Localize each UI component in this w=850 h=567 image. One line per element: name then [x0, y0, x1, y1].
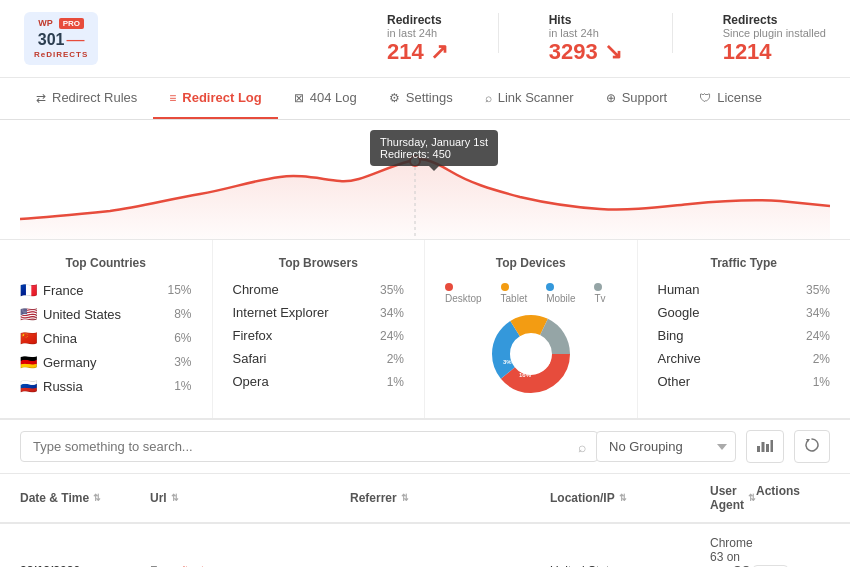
nav-settings-label: Settings	[406, 90, 453, 105]
browser-row-3: Firefox 24%	[233, 328, 405, 343]
country-china: China	[43, 331, 77, 346]
sort-referrer-icon: ⇅	[401, 493, 409, 503]
svg-rect-0	[757, 446, 760, 452]
browser-row-4: Safari 2%	[233, 351, 405, 366]
col-location-ip[interactable]: Location/IP ⇅	[550, 484, 710, 512]
settings-icon: ⚙	[389, 91, 400, 105]
donut-container: Desktop Tablet Mobile Tv 39% 66% 16% 3%	[445, 282, 617, 397]
col-user-agent[interactable]: User Agent ⇅	[710, 484, 756, 512]
search-icon: ⌕	[578, 439, 586, 455]
search-input[interactable]	[20, 431, 598, 462]
col-date-time[interactable]: Date & Time ⇅	[20, 484, 150, 512]
col-referrer[interactable]: Referrer ⇅	[350, 484, 550, 512]
sort-date-icon: ⇅	[93, 493, 101, 503]
flag-germany: 🇩🇪	[20, 354, 37, 370]
nav-404-log-label: 404 Log	[310, 90, 357, 105]
redirect-log-icon: ≡	[169, 91, 176, 105]
link-scanner-icon: ⌕	[485, 91, 492, 105]
stat-redirects-sublabel: in last 24h	[387, 27, 448, 39]
nav-redirect-rules[interactable]: ⇄ Redirect Rules	[20, 78, 153, 119]
chart-view-button[interactable]	[746, 430, 784, 463]
stat-hits-value: 3293 ↘	[549, 39, 622, 65]
header: WP PRO 301 — ReDIRECTS Redirects in last…	[0, 0, 850, 78]
country-row-5: 🇷🇺 Russia 1%	[20, 378, 192, 394]
data-table: Date & Time ⇅ Url ⇅ Referrer ⇅ Location/…	[0, 474, 850, 567]
nav-404-log[interactable]: ⊠ 404 Log	[278, 78, 373, 119]
traffic-row-1: Human 35%	[658, 282, 831, 297]
svg-rect-2	[766, 444, 769, 452]
country-row-2: 🇺🇸 United States 8%	[20, 306, 192, 322]
sort-url-icon: ⇅	[171, 493, 179, 503]
support-icon: ⊕	[606, 91, 616, 105]
stat-redirects-title: Redirects	[387, 13, 448, 27]
redirect-chart: Thursday, January 1st Redirects: 450	[0, 120, 850, 240]
nav-tabs: ⇄ Redirect Rules ≡ Redirect Log ⊠ 404 Lo…	[0, 78, 850, 120]
stat-total-title: Redirects	[723, 13, 826, 27]
redirect-rules-icon: ⇄	[36, 91, 46, 105]
hits-arrow-icon: ↘	[604, 39, 622, 65]
france-pct: 15%	[167, 283, 191, 297]
logo-box: WP PRO 301 — ReDIRECTS	[24, 12, 98, 65]
table-row: 28/12/2020 10:40 PM From /test Send to h…	[0, 524, 850, 567]
stats-section: Top Countries 🇫🇷 France 15% 🇺🇸 United St…	[0, 240, 850, 419]
nav-link-scanner[interactable]: ⌕ Link Scanner	[469, 78, 590, 119]
donut-chart-svg: 39% 66% 16% 3%	[481, 312, 581, 397]
grouping-select[interactable]: No Grouping	[596, 431, 736, 462]
sort-agent-icon: ⇅	[748, 493, 756, 503]
stat-total-sublabel: Since plugin installed	[723, 27, 826, 39]
nav-redirect-log[interactable]: ≡ Redirect Log	[153, 78, 277, 119]
browser-row-1: Chrome 35%	[233, 282, 405, 297]
logo: WP PRO 301 — ReDIRECTS	[24, 12, 98, 65]
flag-russia: 🇷🇺	[20, 378, 37, 394]
col-actions: Actions	[756, 484, 836, 512]
nav-link-scanner-label: Link Scanner	[498, 90, 574, 105]
stat-redirects-value: 214 ↗	[387, 39, 448, 65]
svg-rect-3	[771, 440, 774, 452]
refresh-button[interactable]	[794, 430, 830, 463]
stat-divider-2	[672, 13, 673, 53]
chart-tooltip: Thursday, January 1st Redirects: 450	[370, 130, 498, 166]
legend-mobile: Mobile	[546, 282, 586, 304]
browser-row-5: Opera 1%	[233, 374, 405, 389]
refresh-icon	[805, 438, 819, 452]
top-devices-title: Top Devices	[445, 256, 617, 270]
sort-location-icon: ⇅	[619, 493, 627, 503]
nav-support[interactable]: ⊕ Support	[590, 78, 684, 119]
china-pct: 6%	[174, 331, 191, 345]
logo-arrow-icon: —	[67, 29, 85, 50]
tooltip-value: Redirects: 450	[380, 148, 488, 160]
donut-label-tv: 3%	[503, 359, 512, 365]
traffic-row-4: Archive 2%	[658, 351, 831, 366]
top-browsers-col: Top Browsers Chrome 35% Internet Explore…	[213, 240, 426, 418]
country-row-3: 🇨🇳 China 6%	[20, 330, 192, 346]
col-url[interactable]: Url ⇅	[150, 484, 350, 512]
country-france: France	[43, 283, 83, 298]
us-pct: 8%	[174, 307, 191, 321]
donut-hole	[511, 334, 551, 374]
search-bar: ⌕ No Grouping	[0, 419, 850, 474]
donut-label-desktop: 39%	[513, 345, 526, 351]
chart-area-fill	[20, 159, 830, 239]
country-row-4: 🇩🇪 Germany 3%	[20, 354, 192, 370]
traffic-row-5: Other 1%	[658, 374, 831, 389]
nav-license-label: License	[717, 90, 762, 105]
germany-pct: 3%	[174, 355, 191, 369]
nav-license[interactable]: 🛡 License	[683, 78, 778, 119]
russia-pct: 1%	[174, 379, 191, 393]
nav-settings[interactable]: ⚙ Settings	[373, 78, 469, 119]
table-header: Date & Time ⇅ Url ⇅ Referrer ⇅ Location/…	[0, 474, 850, 524]
chart-view-icon	[757, 438, 773, 452]
stat-redirects-24h: Redirects in last 24h 214 ↗	[387, 13, 448, 65]
traffic-row-2: Google 34%	[658, 305, 831, 320]
svg-rect-1	[762, 442, 765, 452]
stat-redirects-total: Redirects Since plugin installed 1214	[723, 13, 826, 65]
donut-label-tablet: 16%	[519, 372, 532, 378]
traffic-row-3: Bing 24%	[658, 328, 831, 343]
header-stats: Redirects in last 24h 214 ↗ Hits in last…	[387, 13, 826, 65]
tooltip-date: Thursday, January 1st	[380, 136, 488, 148]
nav-redirect-rules-label: Redirect Rules	[52, 90, 137, 105]
nav-redirect-log-label: Redirect Log	[182, 90, 261, 105]
flag-us: 🇺🇸	[20, 306, 37, 322]
logo-wp-text: WP	[38, 19, 53, 28]
license-icon: 🛡	[699, 91, 711, 105]
